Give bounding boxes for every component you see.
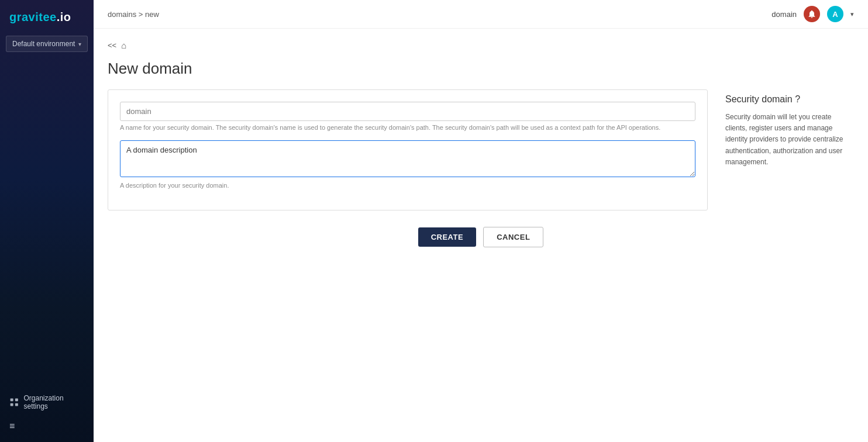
info-panel-title: Security domain ?	[725, 94, 854, 105]
name-hint: A name for your security domain. The sec…	[120, 124, 695, 131]
page-content: << ⌂ New domain A name for your security…	[94, 29, 868, 442]
menu-icon: ≡	[9, 421, 15, 431]
domain-label: domain	[771, 10, 797, 19]
environment-dropdown[interactable]: Default environment ▾	[6, 36, 88, 52]
page-title: New domain	[108, 60, 854, 78]
main-content: domains > new domain A ▾ << ⌂ New domain	[94, 0, 868, 442]
notification-icon[interactable]	[804, 6, 820, 22]
breadcrumb: domains > new	[108, 10, 159, 19]
svg-rect-0	[11, 398, 13, 401]
svg-rect-1	[15, 398, 18, 401]
cancel-button[interactable]: CANCEL	[483, 227, 543, 247]
bell-icon	[807, 9, 817, 19]
domain-name-input[interactable]	[120, 102, 695, 121]
actions-row: CREATE CANCEL	[108, 227, 854, 247]
back-button[interactable]: <<	[108, 41, 116, 50]
description-hint: A description for your security domain.	[120, 182, 695, 189]
environment-dropdown-label: Default environment	[12, 40, 75, 48]
chevron-down-icon: ▾	[78, 41, 81, 47]
info-panel: Security domain ? Security domain will l…	[725, 89, 854, 172]
settings-icon	[9, 397, 19, 408]
sidebar-bottom: Organization settings ≡	[0, 382, 94, 442]
description-field-group: A description for your security domain.	[120, 140, 695, 189]
chevron-down-icon[interactable]: ▾	[850, 11, 854, 18]
svg-rect-3	[15, 403, 18, 406]
logo: gravitee.io	[0, 0, 94, 32]
sidebar: gravitee.io Default environment ▾ Organi…	[0, 0, 94, 442]
sidebar-toggle[interactable]: ≡	[6, 419, 88, 434]
create-button[interactable]: CREATE	[418, 227, 476, 247]
org-settings-label: Organization settings	[24, 394, 84, 410]
two-col-layout: A name for your security domain. The sec…	[108, 89, 854, 210]
logo-text: gravitee.io	[9, 11, 71, 23]
topbar-right: domain A ▾	[771, 6, 854, 22]
domain-description-textarea[interactable]	[120, 140, 695, 177]
org-settings-item[interactable]: Organization settings	[6, 391, 88, 414]
nav-row: << ⌂	[108, 40, 854, 50]
topbar: domains > new domain A ▾	[94, 0, 868, 29]
name-field-group: A name for your security domain. The sec…	[120, 102, 695, 131]
logo-prefix: gravitee	[9, 11, 57, 23]
home-icon[interactable]: ⌂	[121, 40, 126, 50]
avatar[interactable]: A	[827, 6, 843, 22]
logo-suffix: .io	[57, 11, 71, 23]
form-card: A name for your security domain. The sec…	[108, 89, 708, 210]
svg-rect-2	[11, 403, 13, 406]
info-panel-text: Security domain will let you create clie…	[725, 112, 854, 168]
